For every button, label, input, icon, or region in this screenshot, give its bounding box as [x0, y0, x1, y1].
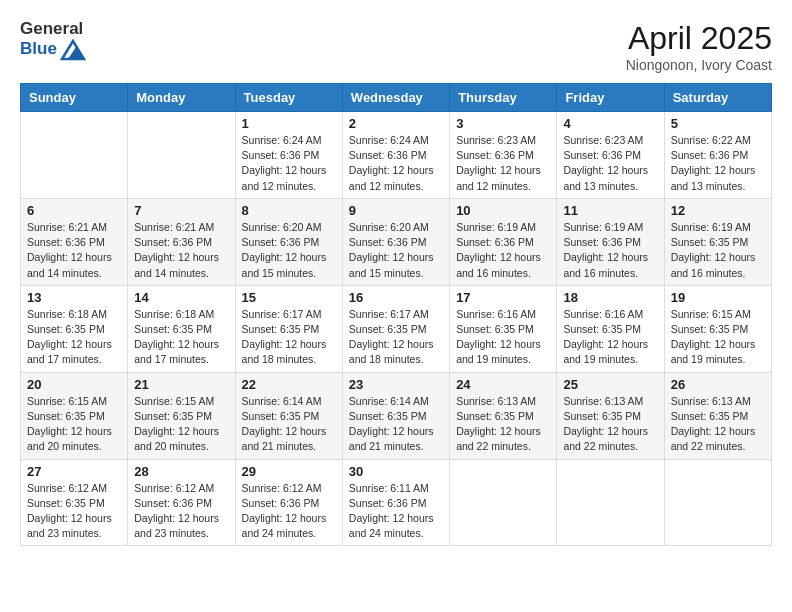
calendar-week-row: 13Sunrise: 6:18 AMSunset: 6:35 PMDayligh…: [21, 285, 772, 372]
day-number: 3: [456, 116, 550, 131]
calendar-cell: 6Sunrise: 6:21 AMSunset: 6:36 PMDaylight…: [21, 198, 128, 285]
day-info: Sunrise: 6:22 AMSunset: 6:36 PMDaylight:…: [671, 133, 765, 194]
calendar-cell: 16Sunrise: 6:17 AMSunset: 6:35 PMDayligh…: [342, 285, 449, 372]
day-number: 30: [349, 464, 443, 479]
calendar-cell: [21, 112, 128, 199]
calendar-cell: 30Sunrise: 6:11 AMSunset: 6:36 PMDayligh…: [342, 459, 449, 546]
day-number: 8: [242, 203, 336, 218]
day-info: Sunrise: 6:19 AMSunset: 6:36 PMDaylight:…: [563, 220, 657, 281]
day-info: Sunrise: 6:12 AMSunset: 6:35 PMDaylight:…: [27, 481, 121, 542]
calendar-cell: [557, 459, 664, 546]
day-info: Sunrise: 6:12 AMSunset: 6:36 PMDaylight:…: [242, 481, 336, 542]
logo: General Blue: [20, 20, 86, 61]
calendar-cell: 20Sunrise: 6:15 AMSunset: 6:35 PMDayligh…: [21, 372, 128, 459]
day-number: 7: [134, 203, 228, 218]
day-number: 27: [27, 464, 121, 479]
calendar-cell: 21Sunrise: 6:15 AMSunset: 6:35 PMDayligh…: [128, 372, 235, 459]
day-info: Sunrise: 6:17 AMSunset: 6:35 PMDaylight:…: [242, 307, 336, 368]
calendar-cell: 22Sunrise: 6:14 AMSunset: 6:35 PMDayligh…: [235, 372, 342, 459]
calendar-cell: [128, 112, 235, 199]
calendar-cell: 26Sunrise: 6:13 AMSunset: 6:35 PMDayligh…: [664, 372, 771, 459]
calendar-cell: 7Sunrise: 6:21 AMSunset: 6:36 PMDaylight…: [128, 198, 235, 285]
calendar-header-row: SundayMondayTuesdayWednesdayThursdayFrid…: [21, 84, 772, 112]
day-number: 18: [563, 290, 657, 305]
calendar-cell: 28Sunrise: 6:12 AMSunset: 6:36 PMDayligh…: [128, 459, 235, 546]
day-number: 23: [349, 377, 443, 392]
day-info: Sunrise: 6:18 AMSunset: 6:35 PMDaylight:…: [27, 307, 121, 368]
calendar-cell: 1Sunrise: 6:24 AMSunset: 6:36 PMDaylight…: [235, 112, 342, 199]
day-info: Sunrise: 6:19 AMSunset: 6:36 PMDaylight:…: [456, 220, 550, 281]
day-number: 16: [349, 290, 443, 305]
day-info: Sunrise: 6:12 AMSunset: 6:36 PMDaylight:…: [134, 481, 228, 542]
day-number: 2: [349, 116, 443, 131]
day-info: Sunrise: 6:11 AMSunset: 6:36 PMDaylight:…: [349, 481, 443, 542]
month-year-title: April 2025: [626, 20, 772, 57]
day-info: Sunrise: 6:17 AMSunset: 6:35 PMDaylight:…: [349, 307, 443, 368]
day-of-week-header: Tuesday: [235, 84, 342, 112]
day-info: Sunrise: 6:14 AMSunset: 6:35 PMDaylight:…: [349, 394, 443, 455]
day-info: Sunrise: 6:23 AMSunset: 6:36 PMDaylight:…: [563, 133, 657, 194]
day-number: 17: [456, 290, 550, 305]
calendar-cell: 11Sunrise: 6:19 AMSunset: 6:36 PMDayligh…: [557, 198, 664, 285]
day-info: Sunrise: 6:16 AMSunset: 6:35 PMDaylight:…: [563, 307, 657, 368]
day-info: Sunrise: 6:13 AMSunset: 6:35 PMDaylight:…: [563, 394, 657, 455]
day-number: 1: [242, 116, 336, 131]
day-info: Sunrise: 6:19 AMSunset: 6:35 PMDaylight:…: [671, 220, 765, 281]
day-of-week-header: Friday: [557, 84, 664, 112]
calendar-cell: 5Sunrise: 6:22 AMSunset: 6:36 PMDaylight…: [664, 112, 771, 199]
calendar-cell: 3Sunrise: 6:23 AMSunset: 6:36 PMDaylight…: [450, 112, 557, 199]
day-of-week-header: Saturday: [664, 84, 771, 112]
day-number: 24: [456, 377, 550, 392]
calendar-cell: 10Sunrise: 6:19 AMSunset: 6:36 PMDayligh…: [450, 198, 557, 285]
day-info: Sunrise: 6:18 AMSunset: 6:35 PMDaylight:…: [134, 307, 228, 368]
day-of-week-header: Monday: [128, 84, 235, 112]
day-number: 19: [671, 290, 765, 305]
day-number: 25: [563, 377, 657, 392]
calendar-week-row: 6Sunrise: 6:21 AMSunset: 6:36 PMDaylight…: [21, 198, 772, 285]
day-number: 13: [27, 290, 121, 305]
day-number: 21: [134, 377, 228, 392]
calendar-cell: 24Sunrise: 6:13 AMSunset: 6:35 PMDayligh…: [450, 372, 557, 459]
day-info: Sunrise: 6:20 AMSunset: 6:36 PMDaylight:…: [349, 220, 443, 281]
day-number: 11: [563, 203, 657, 218]
day-info: Sunrise: 6:13 AMSunset: 6:35 PMDaylight:…: [456, 394, 550, 455]
day-info: Sunrise: 6:15 AMSunset: 6:35 PMDaylight:…: [27, 394, 121, 455]
day-of-week-header: Sunday: [21, 84, 128, 112]
calendar-cell: 8Sunrise: 6:20 AMSunset: 6:36 PMDaylight…: [235, 198, 342, 285]
calendar-cell: 13Sunrise: 6:18 AMSunset: 6:35 PMDayligh…: [21, 285, 128, 372]
logo-general: General: [20, 20, 86, 39]
calendar-cell: 18Sunrise: 6:16 AMSunset: 6:35 PMDayligh…: [557, 285, 664, 372]
day-number: 29: [242, 464, 336, 479]
calendar-cell: 12Sunrise: 6:19 AMSunset: 6:35 PMDayligh…: [664, 198, 771, 285]
day-number: 14: [134, 290, 228, 305]
calendar-week-row: 27Sunrise: 6:12 AMSunset: 6:35 PMDayligh…: [21, 459, 772, 546]
day-number: 10: [456, 203, 550, 218]
day-info: Sunrise: 6:16 AMSunset: 6:35 PMDaylight:…: [456, 307, 550, 368]
location-subtitle: Niongonon, Ivory Coast: [626, 57, 772, 73]
calendar-cell: 4Sunrise: 6:23 AMSunset: 6:36 PMDaylight…: [557, 112, 664, 199]
day-info: Sunrise: 6:15 AMSunset: 6:35 PMDaylight:…: [671, 307, 765, 368]
day-number: 28: [134, 464, 228, 479]
day-info: Sunrise: 6:23 AMSunset: 6:36 PMDaylight:…: [456, 133, 550, 194]
day-info: Sunrise: 6:15 AMSunset: 6:35 PMDaylight:…: [134, 394, 228, 455]
day-number: 26: [671, 377, 765, 392]
day-info: Sunrise: 6:14 AMSunset: 6:35 PMDaylight:…: [242, 394, 336, 455]
calendar-cell: 27Sunrise: 6:12 AMSunset: 6:35 PMDayligh…: [21, 459, 128, 546]
calendar-cell: 25Sunrise: 6:13 AMSunset: 6:35 PMDayligh…: [557, 372, 664, 459]
day-number: 12: [671, 203, 765, 218]
calendar-table: SundayMondayTuesdayWednesdayThursdayFrid…: [20, 83, 772, 546]
calendar-week-row: 1Sunrise: 6:24 AMSunset: 6:36 PMDaylight…: [21, 112, 772, 199]
day-number: 6: [27, 203, 121, 218]
day-number: 20: [27, 377, 121, 392]
calendar-cell: 15Sunrise: 6:17 AMSunset: 6:35 PMDayligh…: [235, 285, 342, 372]
calendar-cell: [450, 459, 557, 546]
logo-icon: [60, 39, 86, 61]
calendar-cell: 2Sunrise: 6:24 AMSunset: 6:36 PMDaylight…: [342, 112, 449, 199]
day-info: Sunrise: 6:13 AMSunset: 6:35 PMDaylight:…: [671, 394, 765, 455]
calendar-cell: 29Sunrise: 6:12 AMSunset: 6:36 PMDayligh…: [235, 459, 342, 546]
day-info: Sunrise: 6:20 AMSunset: 6:36 PMDaylight:…: [242, 220, 336, 281]
calendar-cell: 14Sunrise: 6:18 AMSunset: 6:35 PMDayligh…: [128, 285, 235, 372]
calendar-cell: 23Sunrise: 6:14 AMSunset: 6:35 PMDayligh…: [342, 372, 449, 459]
calendar-cell: [664, 459, 771, 546]
day-of-week-header: Thursday: [450, 84, 557, 112]
